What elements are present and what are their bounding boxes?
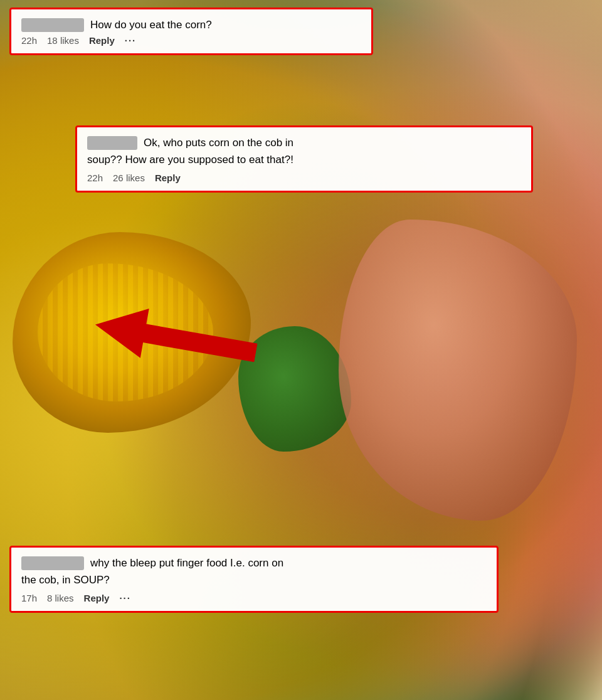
comment-1-text: How do you eat the corn? bbox=[90, 18, 212, 33]
comment-3-reply-button[interactable]: Reply bbox=[84, 593, 110, 603]
comment-3-avatar bbox=[21, 556, 84, 570]
comment-1-header: How do you eat the corn? bbox=[21, 18, 361, 33]
comment-3-time: 17h bbox=[21, 593, 37, 603]
comment-3-likes: 8 likes bbox=[47, 593, 74, 603]
comment-box-2: Ok, who puts corn on the cob in soup?? H… bbox=[75, 125, 533, 193]
comment-3-more-button[interactable]: ··· bbox=[119, 593, 131, 603]
comment-2-likes: 26 likes bbox=[113, 172, 145, 183]
comment-box-1: How do you eat the corn? 22h 18 likes Re… bbox=[9, 8, 373, 55]
comment-1-reply-button[interactable]: Reply bbox=[89, 35, 115, 46]
comment-3-text-full: the cob, in SOUP? bbox=[21, 573, 487, 588]
comment-1-meta: 22h 18 likes Reply ··· bbox=[21, 35, 361, 46]
comment-1-avatar bbox=[21, 18, 84, 32]
comment-2-avatar bbox=[87, 136, 137, 150]
comment-box-3: why the bleep put finger food I.e. corn … bbox=[9, 546, 499, 613]
comment-3-text-inline: why the bleep put finger food I.e. corn … bbox=[90, 556, 283, 571]
svg-marker-1 bbox=[91, 300, 260, 378]
comment-2-text-full: soup?? How are you supposed to eat that?… bbox=[87, 153, 521, 167]
comment-3-meta: 17h 8 likes Reply ··· bbox=[21, 593, 487, 603]
comment-2-header: Ok, who puts corn on the cob in bbox=[87, 136, 521, 151]
comment-2-time: 22h bbox=[87, 172, 103, 183]
comment-2-text-inline: Ok, who puts corn on the cob in bbox=[144, 136, 293, 151]
comment-2-meta: 22h 26 likes Reply bbox=[87, 172, 521, 183]
comment-1-more-button[interactable]: ··· bbox=[125, 35, 137, 46]
comment-2-reply-button[interactable]: Reply bbox=[155, 172, 181, 183]
comment-1-likes: 18 likes bbox=[47, 35, 79, 46]
comment-3-header: why the bleep put finger food I.e. corn … bbox=[21, 556, 487, 571]
comment-1-time: 22h bbox=[21, 35, 37, 46]
